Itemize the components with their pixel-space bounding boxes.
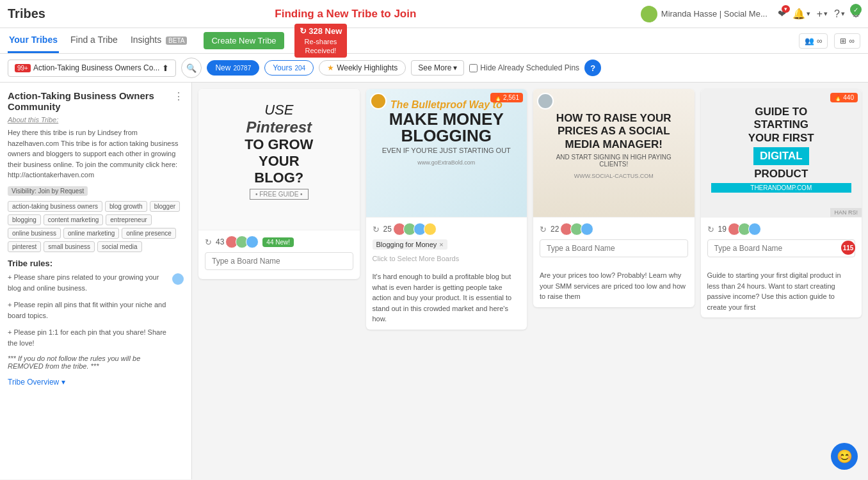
sidebar-menu-icon[interactable]: ⋮ [173, 90, 184, 102]
pin1-guide: • FREE GUIDE • [250, 189, 309, 200]
tag-content-marketing[interactable]: content marketing [44, 214, 104, 225]
pin-text-2: It's hard enough to build a profitable b… [366, 268, 527, 330]
pin-image-4: GUIDE TOSTARTINGYOUR FIRST DIGITAL PRODU… [701, 89, 862, 217]
tag-blog-growth[interactable]: blog growth [105, 201, 147, 212]
filter-yours-button[interactable]: Yours 204 [264, 60, 314, 76]
board-tag-text: Blogging for Money × [373, 239, 447, 250]
sub-navigation: Your Tribes Find a Tribe Insights BETA C… [0, 28, 868, 54]
app-logo: Tribes [8, 6, 45, 21]
pin1-use: USE [211, 102, 347, 118]
top-nav-icons: ❤ ▾ 🔔 ▾ + ▾ ? ▾ ⚙ [778, 8, 860, 20]
see-more-button[interactable]: See More ▾ [411, 60, 464, 76]
remove-tag-icon[interactable]: × [439, 241, 443, 248]
tribe-selector-name: Action-Taking Business Owners Co... [33, 63, 159, 72]
tag-online-presence[interactable]: online presence [122, 228, 176, 239]
pin2-sub: EVEN IF YOU'RE JUST STARTING OUT [376, 147, 517, 154]
about-label: About this Tribe: [8, 116, 184, 124]
filter-new-count: 20787 [233, 65, 251, 72]
tag-action-taking[interactable]: action-taking business owners [8, 201, 102, 212]
board-tag-blogging: Blogging for Money × [373, 239, 521, 252]
hide-scheduled-label: Hide Already Scheduled Pins [480, 63, 579, 72]
repin-icon-2: ↻ [373, 225, 380, 234]
plus-button[interactable]: + ▾ [817, 8, 828, 20]
pin3-main: HOW TO RAISE YOUR PRICES AS A SOCIAL MED… [543, 112, 684, 151]
pin-footer-3: ↻ 22 [533, 217, 695, 266]
tag-pinterest[interactable]: pinterest [8, 241, 41, 252]
pin-card-4: 🔥 440 GUIDE TOSTARTINGYOUR FIRST DIGITAL… [701, 89, 862, 317]
tribe-selector[interactable]: 99+ Action-Taking Business Owners Co... … [8, 60, 176, 77]
pin-image-wrap-3: HOW TO RAISE YOUR PRICES AS A SOCIAL MED… [533, 89, 695, 217]
repin-count-3: 22 [551, 225, 559, 234]
tribe-overview-link[interactable]: Tribe Overview ▾ [8, 378, 184, 387]
tab-insights[interactable]: Insights BETA [129, 28, 189, 53]
pin-stats-1: ↻ 43 44 New! [205, 236, 353, 248]
select-more-boards[interactable]: Click to Select More Boards [373, 255, 521, 262]
new-badge-1: 44 New! [262, 237, 294, 247]
tag-social-media[interactable]: social media [97, 241, 142, 252]
tribe-rule-2: + Please repin all pins that fit within … [8, 300, 168, 322]
pin-image-2: The Bulletproof Way to MAKE MONEYBLOGGIN… [366, 89, 527, 217]
tab-find-tribe[interactable]: Find a Tribe [69, 28, 119, 53]
filter-yours-label: Yours [273, 63, 292, 72]
fire-count-2: 2,561 [503, 94, 519, 101]
tag-entrepreneur[interactable]: entrepreneur [106, 214, 151, 225]
tag-blogger[interactable]: blogger [150, 201, 180, 212]
pin-column-3: HOW TO RAISE YOUR PRICES AS A SOCIAL MED… [533, 89, 695, 473]
tab-your-tribes[interactable]: Your Tribes [8, 28, 59, 53]
pin-column-2: 🔥 2,561 The Bulletproof Way to MAKE MONE… [366, 89, 527, 473]
pin1-pinterest: Pinterest [211, 118, 347, 136]
pin-text-3: Are your prices too low? Probably! Learn… [533, 266, 695, 307]
weekly-highlights-label: Weekly Highlights [337, 63, 398, 72]
hide-scheduled-checkbox[interactable] [469, 64, 478, 72]
heart-badge: ▾ [782, 5, 790, 13]
filter-new-button[interactable]: New 20787 [207, 60, 259, 76]
pin-image-wrap-4: 🔥 440 GUIDE TOSTARTINGYOUR FIRST DIGITAL… [701, 89, 862, 217]
avatars-3 [563, 223, 593, 236]
han-label: HAN RS! [830, 208, 862, 217]
repin-icon-1: ↻ [205, 237, 212, 247]
search-button[interactable]: 🔍 [181, 58, 202, 78]
user-avatar-2 [370, 93, 387, 109]
pin1-to-grow: TO GROW [211, 136, 347, 153]
pin-image-wrap-2: 🔥 2,561 The Bulletproof Way to MAKE MONE… [366, 89, 527, 217]
chat-button[interactable]: 😊 [831, 443, 858, 470]
star-icon: ★ [327, 63, 334, 72]
question-button[interactable]: ? ▾ [834, 8, 845, 20]
avatar-4-3 [748, 223, 761, 236]
visibility-badge: Visibility: Join by Request [8, 186, 88, 196]
reshares-badge[interactable]: ↻ 328 New Re-shares Received! [294, 24, 348, 58]
pin-image-1: USE Pinterest TO GROW YOUR BLOG? • FREE … [198, 89, 360, 230]
pin-card-2: 🔥 2,561 The Bulletproof Way to MAKE MONE… [366, 89, 527, 330]
chevron-down-icon: ▾ [453, 63, 457, 72]
pin4-highlight: DIGITAL [753, 147, 809, 165]
fire-badge-4: 🔥 440 [830, 93, 858, 102]
avatar-3 [246, 236, 259, 248]
chevron-right-icon: ▾ [61, 378, 65, 387]
fire-badge-2: 🔥 2,561 [490, 93, 523, 102]
pin-column-4: 🔥 440 GUIDE TOSTARTINGYOUR FIRST DIGITAL… [701, 89, 862, 473]
fire-icon-4: 🔥 [834, 94, 842, 101]
rules-indicator [172, 273, 184, 285]
avatars-2 [396, 223, 437, 236]
filter-yours-count: 204 [294, 65, 305, 72]
fire-count-4: 440 [843, 94, 854, 101]
fire-icon: 🔥 [494, 94, 502, 101]
tribe-rule-3: + Please pin 1:1 for each pin that you s… [8, 327, 168, 349]
heart-button[interactable]: ❤ ▾ [778, 8, 786, 20]
board-input-1[interactable] [205, 252, 353, 270]
tag-blogging[interactable]: blogging [8, 214, 41, 225]
pin-footer-1: ↻ 43 44 New! [198, 230, 360, 279]
repin-icon-3: ↻ [540, 225, 547, 234]
weekly-highlights-button[interactable]: ★ Weekly Highlights [319, 60, 406, 76]
tag-online-business[interactable]: online business [8, 228, 61, 239]
tag-small-business[interactable]: small business [44, 241, 95, 252]
help-button[interactable]: ? [584, 60, 601, 76]
bell-button[interactable]: 🔔 ▾ [792, 8, 810, 20]
tribes-people-icon: 👥 [805, 36, 814, 45]
tag-online-marketing[interactable]: online marketing [63, 228, 119, 239]
board-input-4[interactable] [707, 239, 856, 257]
board-input-3[interactable] [540, 239, 688, 257]
create-tribe-button[interactable]: Create New Tribe [204, 32, 284, 49]
tag-list: action-taking business owners blog growt… [8, 201, 184, 252]
question-icon: ? [834, 8, 840, 20]
